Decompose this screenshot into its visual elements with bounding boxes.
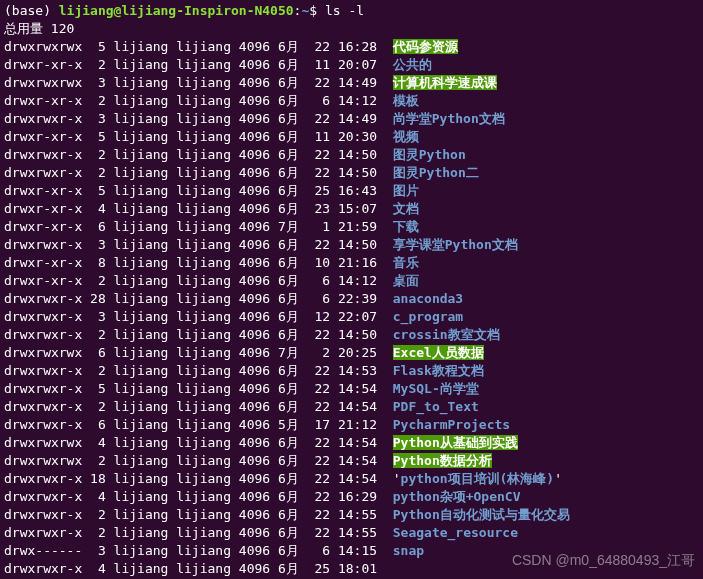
link-count: 6 [82, 345, 105, 360]
size: 4096 [231, 39, 270, 54]
list-item: drwxrwxr-x 5 lijiang lijiang 4096 6月 22 … [4, 380, 699, 398]
size: 4096 [231, 273, 270, 288]
link-count: 28 [82, 291, 105, 306]
size: 4096 [231, 255, 270, 270]
permissions: drwxr-xr-x [4, 219, 82, 234]
group: lijiang [168, 39, 231, 54]
day: 22 [299, 363, 330, 378]
time: 21:59 [330, 219, 393, 234]
owner: lijiang [106, 417, 169, 432]
paren-close: ) [43, 3, 59, 18]
permissions: drwxr-xr-x [4, 129, 82, 144]
group: lijiang [168, 57, 231, 72]
month: 6月 [270, 111, 299, 126]
day: 22 [299, 165, 330, 180]
day: 6 [299, 93, 330, 108]
size: 4096 [231, 327, 270, 342]
day: 22 [299, 39, 330, 54]
month: 6月 [270, 237, 299, 252]
quote-close: ' [554, 471, 562, 486]
command-input[interactable]: ls -l [325, 3, 364, 18]
group: lijiang [168, 453, 231, 468]
month: 6月 [270, 201, 299, 216]
size: 4096 [231, 183, 270, 198]
link-count: 2 [82, 273, 105, 288]
owner: lijiang [106, 489, 169, 504]
time: 20:25 [330, 345, 393, 360]
size: 4096 [231, 363, 270, 378]
group: lijiang [168, 309, 231, 324]
file-name: snap [393, 543, 424, 558]
file-name: 代码参资源 [393, 39, 458, 54]
link-count: 3 [82, 111, 105, 126]
day: 11 [299, 57, 330, 72]
size: 4096 [231, 111, 270, 126]
owner: lijiang [106, 75, 169, 90]
group: lijiang [168, 291, 231, 306]
time: 22:39 [330, 291, 393, 306]
link-count: 2 [82, 147, 105, 162]
permissions: drwxrwxr-x [4, 237, 82, 252]
group: lijiang [168, 237, 231, 252]
group: lijiang [168, 147, 231, 162]
link-count: 4 [82, 201, 105, 216]
month: 6月 [270, 147, 299, 162]
file-listing: drwxrwxrwx 5 lijiang lijiang 4096 6月 22 … [4, 38, 699, 578]
time: 21:12 [330, 417, 393, 432]
link-count: 2 [82, 453, 105, 468]
permissions: drwxrwxr-x [4, 147, 82, 162]
file-name: Python数据分析 [393, 453, 492, 468]
size: 4096 [231, 147, 270, 162]
day: 22 [299, 471, 330, 486]
link-count: 2 [82, 327, 105, 342]
list-item: drwxrwxrwx 4 lijiang lijiang 4096 6月 22 … [4, 434, 699, 452]
day: 6 [299, 543, 330, 558]
list-item: drwxrwxr-x 18 lijiang lijiang 4096 6月 22… [4, 470, 699, 488]
time: 18:01 [330, 561, 393, 576]
list-item: drwxrwxrwx 5 lijiang lijiang 4096 6月 22 … [4, 38, 699, 56]
link-count: 6 [82, 219, 105, 234]
paren-open: ( [4, 3, 12, 18]
size: 4096 [231, 381, 270, 396]
list-item: drwxrwxr-x 2 lijiang lijiang 4096 6月 22 … [4, 506, 699, 524]
permissions: drwxrwxr-x [4, 489, 82, 504]
link-count: 18 [82, 471, 105, 486]
file-name: PycharmProjects [393, 417, 510, 432]
link-count: 5 [82, 129, 105, 144]
group: lijiang [168, 273, 231, 288]
size: 4096 [231, 561, 270, 576]
time: 14:49 [330, 111, 393, 126]
file-name: 图灵Python二 [393, 165, 479, 180]
day: 22 [299, 147, 330, 162]
day: 22 [299, 75, 330, 90]
month: 6月 [270, 255, 299, 270]
month: 6月 [270, 93, 299, 108]
time: 14:54 [330, 453, 393, 468]
list-item: drwxrwxr-x 2 lijiang lijiang 4096 6月 22 … [4, 164, 699, 182]
list-item: drwxrwxr-x 6 lijiang lijiang 4096 5月 17 … [4, 416, 699, 434]
owner: lijiang [106, 237, 169, 252]
owner: lijiang [106, 219, 169, 234]
file-name: Excel人员数据 [393, 345, 484, 360]
group: lijiang [168, 201, 231, 216]
day: 25 [299, 183, 330, 198]
file-name: PDF_to_Text [393, 399, 479, 414]
owner: lijiang [106, 201, 169, 216]
group: lijiang [168, 75, 231, 90]
permissions: drwxrwxrwx [4, 75, 82, 90]
size: 4096 [231, 129, 270, 144]
owner: lijiang [106, 39, 169, 54]
group: lijiang [168, 219, 231, 234]
time: 14:54 [330, 471, 393, 486]
permissions: drwxrwxr-x [4, 363, 82, 378]
group: lijiang [168, 165, 231, 180]
file-name: Flask教程文档 [393, 363, 484, 378]
group: lijiang [168, 435, 231, 450]
owner: lijiang [106, 561, 169, 576]
month: 6月 [270, 183, 299, 198]
conda-env: base [12, 3, 43, 18]
time: 14:15 [330, 543, 393, 558]
link-count: 4 [82, 561, 105, 576]
month: 6月 [270, 453, 299, 468]
group: lijiang [168, 363, 231, 378]
